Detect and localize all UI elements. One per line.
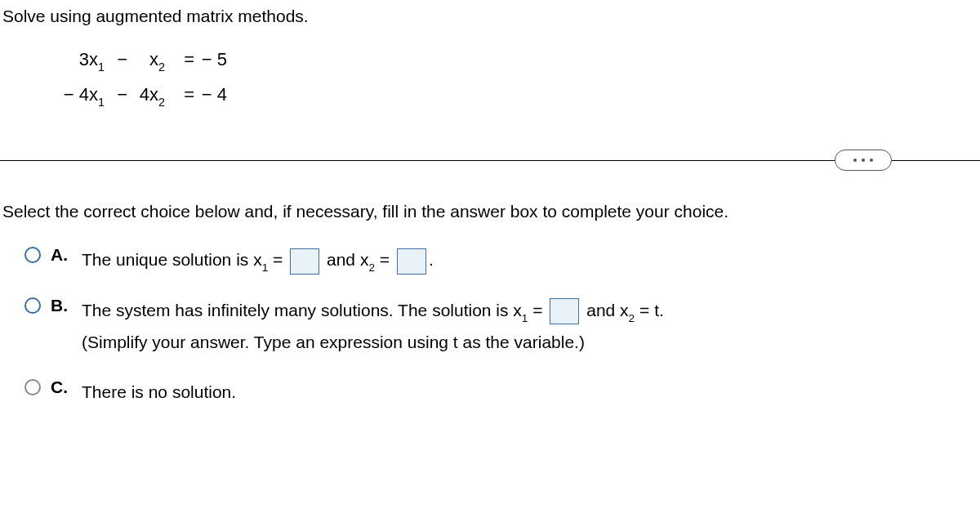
- choice-letter-B: B.: [51, 295, 72, 315]
- eq1-sub1: 1: [98, 56, 105, 78]
- question-prompt: Solve using augmented matrix methods.: [0, 0, 980, 28]
- choice-letter-C: C.: [51, 377, 72, 397]
- choice-A-sub2: 2: [368, 261, 375, 274]
- choice-A-mid1: =: [268, 250, 287, 269]
- eq2-op: −: [105, 78, 127, 112]
- choice-instruction: Select the correct choice below and, if …: [0, 172, 980, 221]
- choice-B-hint: (Simplify your answer. Type an expressio…: [82, 333, 585, 351]
- eq2-sub2: 2: [158, 92, 165, 114]
- eq2-sub1: 1: [98, 92, 105, 114]
- eq2-term2: 4x: [140, 78, 158, 112]
- equation-system: 3x1 − x2 = − 5 − 4x1 − 4x2 = − 4: [59, 42, 980, 112]
- eq1-op: −: [105, 42, 127, 77]
- choice-body-A: The unique solution is x1 = and x2 = .: [82, 244, 978, 276]
- choice-A-after: .: [429, 250, 434, 269]
- eq1-term2: x: [149, 42, 158, 77]
- choice-A-input-x1[interactable]: [290, 248, 319, 275]
- choice-C-text: There is no solution.: [82, 382, 236, 401]
- radio-A[interactable]: [24, 247, 41, 263]
- choice-B-text1: The system has infinitely many solutions…: [82, 301, 522, 319]
- equation-row-2: − 4x1 − 4x2 = − 4: [59, 78, 980, 113]
- choice-body-B: The system has infinitely many solutions…: [82, 295, 978, 359]
- choice-body-C: There is no solution.: [82, 377, 978, 409]
- choice-B-sub1: 1: [522, 312, 528, 324]
- choice-A-sub1: 1: [262, 261, 269, 274]
- dot-icon: [870, 159, 873, 162]
- divider-row: [0, 150, 980, 172]
- radio-C[interactable]: [24, 379, 41, 395]
- choice-B: B. The system has infinitely many soluti…: [24, 295, 978, 359]
- choice-B-sub2: 2: [629, 312, 635, 324]
- choice-B-mid1: =: [528, 301, 547, 319]
- choice-C: C. There is no solution.: [24, 377, 978, 409]
- eq1-equals: =: [165, 42, 194, 77]
- section-divider: [0, 160, 980, 161]
- radio-B[interactable]: [24, 297, 41, 314]
- eq2-rhs: − 4: [194, 78, 227, 112]
- more-options-button[interactable]: [835, 150, 892, 171]
- choice-A-mid2: and x: [322, 250, 368, 269]
- choice-A: A. The unique solution is x1 = and x2 = …: [24, 244, 978, 276]
- eq2-term1: − 4x: [64, 78, 98, 112]
- equation-row-1: 3x1 − x2 = − 5: [59, 42, 980, 78]
- choice-A-input-x2[interactable]: [397, 248, 426, 275]
- choice-list: A. The unique solution is x1 = and x2 = …: [0, 221, 980, 409]
- dot-icon: [853, 159, 857, 162]
- eq1-rhs: − 5: [194, 42, 227, 77]
- choice-B-input-x1[interactable]: [550, 298, 579, 324]
- choice-A-text1: The unique solution is x: [82, 250, 262, 269]
- choice-B-mid3: = t.: [635, 301, 664, 319]
- eq1-term1: 3x: [79, 42, 98, 77]
- dot-icon: [862, 159, 865, 162]
- choice-letter-A: A.: [51, 244, 72, 265]
- eq2-equals: =: [165, 78, 194, 112]
- choice-B-mid2: and x: [581, 301, 628, 319]
- choice-A-mid3: =: [375, 250, 394, 269]
- eq1-sub2: 2: [158, 56, 165, 78]
